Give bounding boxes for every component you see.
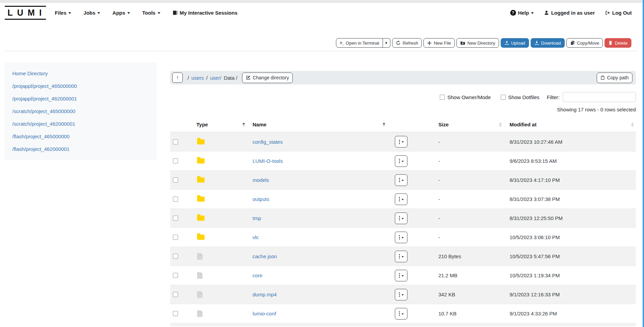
caret-down-icon xyxy=(402,313,404,315)
new-directory-button[interactable]: New Directory xyxy=(456,38,499,48)
file-name-link[interactable]: lumio-conf xyxy=(248,311,276,316)
row-actions-dropdown[interactable] xyxy=(395,193,407,205)
file-name-link[interactable]: dump.mp4 xyxy=(248,292,277,297)
shortcuts-sidebar: Home Directory/projappl/project_46500000… xyxy=(5,62,157,160)
file-name-link[interactable]: tmp xyxy=(248,215,261,221)
sidebar-item-path[interactable]: /projappl/project_462000001 xyxy=(12,92,153,105)
caret-right-icon xyxy=(386,42,387,44)
sidebar-item-path[interactable]: /scratch/project_462000001 xyxy=(12,118,153,130)
file-name-link[interactable]: core xyxy=(248,272,262,278)
file-icon xyxy=(197,310,203,317)
row-checkbox[interactable] xyxy=(173,216,178,221)
vertical-dots-icon xyxy=(399,313,400,314)
upload-icon xyxy=(504,41,509,45)
new-file-button[interactable]: New File xyxy=(423,38,455,48)
sidebar-item-home-directory[interactable]: Home Directory xyxy=(12,67,153,80)
vertical-dots-icon xyxy=(399,218,400,219)
nav-item-label: My Interactive Sessions xyxy=(180,10,238,16)
file-modified: 9/1/2023 12:16:33 PM xyxy=(510,292,560,297)
nav-item-jobs[interactable]: Jobs xyxy=(83,10,100,16)
copy-move-label: Copy/Move xyxy=(577,41,599,46)
breadcrumb-link[interactable]: user/ xyxy=(210,75,221,81)
table-row: dump.mp4 342 KB 9/1/2023 12:16:33 PM xyxy=(170,285,636,304)
navbar: LUMI Files Jobs Apps Tools My Interactiv… xyxy=(0,3,644,22)
refresh-button[interactable]: Refresh xyxy=(392,38,422,48)
row-actions-dropdown[interactable] xyxy=(395,232,407,243)
sidebar-item-path[interactable]: /flash/project_462000001 xyxy=(12,143,153,155)
nav-item-my-interactive-sessions[interactable]: My Interactive Sessions xyxy=(173,10,238,16)
row-checkbox[interactable] xyxy=(173,177,178,183)
filter-input[interactable] xyxy=(563,92,636,102)
row-actions-dropdown[interactable] xyxy=(395,251,407,262)
folder-icon xyxy=(197,216,205,221)
nav-item-apps[interactable]: Apps xyxy=(112,10,130,16)
show-dotfiles-checkbox-input[interactable] xyxy=(501,95,506,100)
sidebar-item-path[interactable]: /scratch/project_465000000 xyxy=(12,105,153,118)
row-checkbox[interactable] xyxy=(173,254,178,259)
help-menu[interactable]: ? Help xyxy=(510,10,534,16)
table-header-row: Type Name Size Modified at xyxy=(170,117,636,132)
file-name-link[interactable]: models xyxy=(248,177,269,183)
vertical-dots-icon xyxy=(399,160,400,161)
row-actions-dropdown[interactable] xyxy=(395,155,407,167)
copy-move-button[interactable]: Copy/Move xyxy=(566,38,603,48)
folder-icon xyxy=(197,235,205,240)
open-in-terminal-button[interactable]: >_ Open in Terminal xyxy=(336,38,383,48)
sidebar-item-path[interactable]: /flash/project_465000000 xyxy=(12,130,153,143)
file-name-link[interactable]: LUMI-O-tools xyxy=(248,158,283,164)
file-name-link[interactable]: outputs xyxy=(248,196,269,202)
row-checkbox[interactable] xyxy=(173,235,178,240)
row-checkbox[interactable] xyxy=(173,158,178,164)
main-nav: Files Jobs Apps Tools My Interactive Ses… xyxy=(55,10,238,16)
row-actions-dropdown[interactable] xyxy=(395,174,407,186)
row-actions-dropdown[interactable] xyxy=(395,289,407,300)
row-actions-dropdown[interactable] xyxy=(395,213,407,224)
file-size: - xyxy=(438,139,440,145)
row-checkbox[interactable] xyxy=(173,273,178,278)
row-actions-dropdown[interactable] xyxy=(395,270,407,281)
upload-button[interactable]: Upload xyxy=(501,38,529,48)
table-row: tmp - 8/31/2023 12:25:50 PM xyxy=(170,208,636,228)
row-checkbox[interactable] xyxy=(173,197,178,202)
column-header-size[interactable]: Size xyxy=(433,117,506,132)
copy-path-button[interactable]: Copy path xyxy=(597,73,632,83)
help-label: Help xyxy=(518,10,529,16)
logout-button[interactable]: Log Out xyxy=(605,10,632,16)
file-name-link[interactable]: config_states xyxy=(248,139,283,145)
download-button[interactable]: Download xyxy=(531,38,565,48)
upload-label: Upload xyxy=(511,41,525,46)
file-name-link[interactable]: cache.json xyxy=(248,253,277,259)
row-actions-dropdown[interactable] xyxy=(395,308,407,320)
nav-item-files[interactable]: Files xyxy=(55,10,71,16)
show-owner-checkbox-input[interactable] xyxy=(440,95,445,100)
show-dotfiles-checkbox[interactable]: Show Dotfiles xyxy=(501,94,540,100)
show-owner-checkbox[interactable]: Show Owner/Mode xyxy=(440,94,491,100)
folder-icon xyxy=(197,139,205,144)
row-checkbox[interactable] xyxy=(173,292,178,297)
lumi-logo[interactable]: LUMI xyxy=(5,6,46,20)
caret-down-icon xyxy=(402,180,404,181)
row-checkbox[interactable] xyxy=(173,311,178,316)
file-icon xyxy=(197,253,203,260)
file-toolbar: >_ Open in Terminal Refresh New File New… xyxy=(0,38,644,48)
column-header-type[interactable]: Type xyxy=(192,117,248,132)
open-in-terminal-group: >_ Open in Terminal xyxy=(336,38,390,48)
open-in-terminal-caret-button[interactable] xyxy=(383,38,390,48)
row-checkbox[interactable] xyxy=(173,139,178,144)
up-directory-button[interactable]: ↑ xyxy=(172,73,183,83)
vertical-dots-icon xyxy=(399,180,400,181)
column-header-modified[interactable]: Modified at xyxy=(506,117,636,132)
column-header-name[interactable]: Name xyxy=(248,117,388,132)
file-name-link[interactable]: vlc xyxy=(248,234,259,240)
delete-button[interactable]: Delete xyxy=(605,38,631,48)
nav-item-tools[interactable]: Tools xyxy=(142,10,160,16)
caret-down-icon xyxy=(97,12,100,14)
change-directory-button[interactable]: Change directory xyxy=(242,73,293,83)
row-actions-dropdown[interactable] xyxy=(395,136,407,147)
table-row: cache.json 210 Bytes 10/5/2023 5:47:56 P… xyxy=(170,247,636,266)
delete-label: Delete xyxy=(615,41,628,46)
breadcrumb-link[interactable]: users xyxy=(191,75,204,81)
sidebar-item-path[interactable]: /projappl/project_465000000 xyxy=(12,80,153,92)
copy-icon xyxy=(570,41,575,45)
file-modified: 10/5/2023 3:06:10 PM xyxy=(510,234,560,240)
